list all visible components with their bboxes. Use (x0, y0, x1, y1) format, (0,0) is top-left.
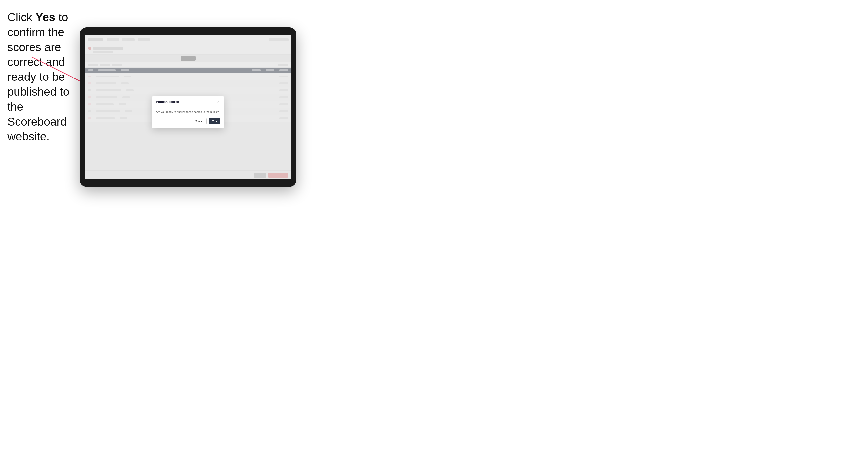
yes-button[interactable]: Yes (209, 118, 220, 124)
cancel-button[interactable]: Cancel (192, 118, 207, 124)
modal-overlay: Publish scores × Are you ready to publis… (85, 35, 291, 180)
app-background: Publish scores × Are you ready to publis… (85, 35, 291, 180)
instruction-text-part2: to confirm the scores are correct and re… (7, 11, 69, 143)
instruction-text: Click Yes to confirm the scores are corr… (7, 10, 82, 144)
instruction-text-bold: Yes (35, 11, 55, 24)
tablet-device: Publish scores × Are you ready to publis… (80, 27, 297, 187)
modal-close-button[interactable]: × (216, 100, 220, 104)
tablet-screen: Publish scores × Are you ready to publis… (85, 35, 291, 180)
modal-body: Are you ready to publish these scores to… (152, 106, 224, 128)
instruction-text-part1: Click (7, 11, 35, 24)
modal-message: Are you ready to publish these scores to… (156, 110, 220, 114)
modal-header: Publish scores × (152, 96, 224, 106)
modal-title: Publish scores (156, 100, 179, 104)
publish-scores-modal: Publish scores × Are you ready to publis… (152, 96, 224, 128)
modal-actions: Cancel Yes (156, 118, 220, 124)
